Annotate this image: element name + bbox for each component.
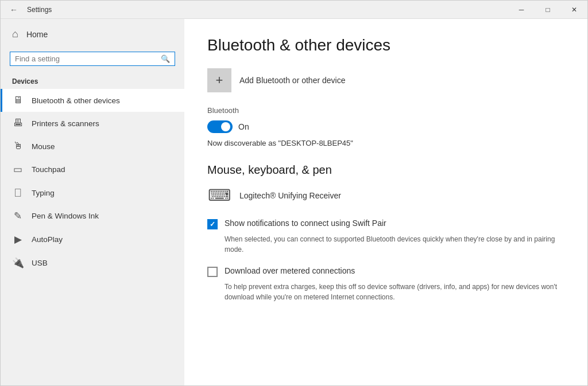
swift-pair-description: When selected, you can connect to suppor… bbox=[207, 234, 564, 255]
sidebar-item-usb[interactable]: 🔌 USB bbox=[1, 251, 184, 275]
sidebar-label-autoplay: AutoPlay bbox=[32, 235, 63, 244]
sidebar-section-label: Devices bbox=[1, 73, 184, 89]
title-bar-left: ← Settings bbox=[5, 5, 52, 14]
search-input[interactable] bbox=[15, 54, 157, 63]
page-title: Bluetooth & other devices bbox=[207, 36, 564, 54]
sidebar: ⌂ Home 🔍 Devices 🖥 Bluetooth & other dev… bbox=[1, 19, 184, 385]
sidebar-label-typing: Typing bbox=[32, 189, 55, 197]
metered-row: Download over metered connections bbox=[207, 266, 564, 277]
main-content: ⌂ Home 🔍 Devices 🖥 Bluetooth & other dev… bbox=[1, 19, 587, 385]
sidebar-item-home[interactable]: ⌂ Home bbox=[1, 19, 184, 49]
home-icon: ⌂ bbox=[12, 28, 18, 40]
home-label: Home bbox=[26, 30, 48, 39]
toggle-label: On bbox=[238, 122, 249, 131]
usb-icon: 🔌 bbox=[12, 257, 24, 269]
close-button[interactable]: ✕ bbox=[561, 1, 587, 19]
sidebar-label-pen: Pen & Windows Ink bbox=[32, 212, 99, 220]
right-panel: Bluetooth & other devices + Add Bluetoot… bbox=[184, 19, 587, 385]
autoplay-icon: ▶ bbox=[12, 233, 24, 245]
checkmark-icon: ✓ bbox=[210, 220, 215, 228]
bluetooth-section-label: Bluetooth bbox=[207, 106, 564, 115]
maximize-button[interactable]: □ bbox=[535, 1, 561, 19]
sidebar-label-printers: Printers & scanners bbox=[32, 119, 99, 128]
bluetooth-icon: 🖥 bbox=[12, 95, 24, 106]
sidebar-item-mouse[interactable]: 🖱 Mouse bbox=[1, 135, 184, 158]
touchpad-icon: ▭ bbox=[12, 163, 24, 176]
sidebar-item-pen[interactable]: ✎ Pen & Windows Ink bbox=[1, 204, 184, 228]
search-icon: 🔍 bbox=[161, 54, 170, 63]
typing-icon: ⎕ bbox=[12, 187, 24, 198]
sidebar-item-touchpad[interactable]: ▭ Touchpad bbox=[1, 158, 184, 181]
metered-label: Download over metered connections bbox=[225, 266, 355, 275]
search-box: 🔍 bbox=[10, 52, 175, 66]
title-bar-controls: ─ □ ✕ bbox=[508, 1, 587, 19]
mouse-section-title: Mouse, keyboard, & pen bbox=[207, 163, 564, 177]
sidebar-label-bluetooth: Bluetooth & other devices bbox=[32, 96, 120, 105]
discoverable-text: Now discoverable as "DESKTOP-8LBEP45" bbox=[207, 139, 564, 147]
swift-pair-row: ✓ Show notifications to connect using Sw… bbox=[207, 219, 564, 229]
sidebar-item-bluetooth[interactable]: 🖥 Bluetooth & other devices bbox=[1, 89, 184, 112]
title-bar-title: Settings bbox=[27, 6, 52, 14]
device-name-logitech: Logitech® Unifying Receiver bbox=[239, 191, 341, 200]
back-icon[interactable]: ← bbox=[5, 5, 22, 14]
sidebar-label-mouse: Mouse bbox=[32, 142, 55, 151]
printer-icon: 🖶 bbox=[12, 118, 24, 129]
search-wrapper: 🔍 bbox=[1, 49, 184, 73]
metered-description: To help prevent extra charges, keep this… bbox=[207, 282, 564, 302]
sidebar-item-typing[interactable]: ⎕ Typing bbox=[1, 181, 184, 204]
swift-pair-label: Show notifications to connect using Swif… bbox=[225, 219, 386, 228]
minimize-button[interactable]: ─ bbox=[508, 1, 535, 19]
toggle-thumb bbox=[221, 122, 230, 131]
sidebar-item-printers[interactable]: 🖶 Printers & scanners bbox=[1, 112, 184, 135]
sidebar-item-autoplay[interactable]: ▶ AutoPlay bbox=[1, 228, 184, 251]
bluetooth-toggle[interactable] bbox=[207, 120, 233, 133]
swift-pair-checkbox[interactable]: ✓ bbox=[207, 219, 218, 229]
device-item-logitech: ⌨ Logitech® Unifying Receiver bbox=[207, 186, 564, 205]
add-device-button[interactable]: + Add Bluetooth or other device bbox=[207, 68, 345, 92]
metered-checkbox[interactable] bbox=[207, 267, 218, 277]
add-device-label: Add Bluetooth or other device bbox=[239, 76, 345, 85]
settings-window: ← Settings ─ □ ✕ ⌂ Home 🔍 De bbox=[0, 0, 588, 386]
bluetooth-toggle-row: On bbox=[207, 120, 564, 133]
mouse-icon: 🖱 bbox=[12, 141, 24, 152]
sidebar-label-touchpad: Touchpad bbox=[32, 165, 65, 174]
title-bar: ← Settings ─ □ ✕ bbox=[1, 1, 587, 19]
pen-icon: ✎ bbox=[12, 210, 24, 222]
sidebar-label-usb: USB bbox=[32, 259, 48, 267]
keyboard-icon: ⌨ bbox=[207, 186, 231, 205]
add-icon: + bbox=[207, 68, 231, 92]
